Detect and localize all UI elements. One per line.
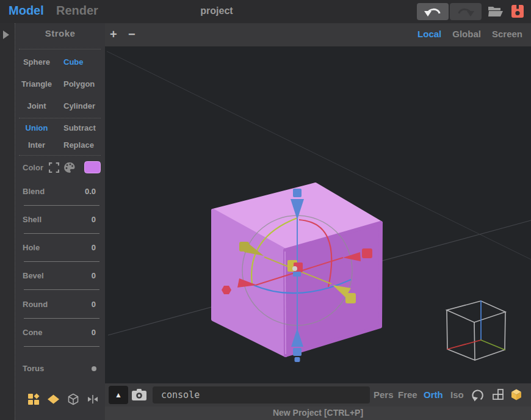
primitives-icon[interactable] — [27, 393, 40, 405]
param-value: 0 — [92, 300, 96, 309]
param-label: Shell — [23, 215, 42, 224]
screenshot-camera-icon[interactable] — [132, 389, 146, 400]
nav-cube-x-axis — [447, 340, 481, 349]
param-slider[interactable] — [24, 261, 99, 262]
shape-sphere[interactable]: Sphere — [15, 57, 58, 67]
redo-icon — [456, 5, 475, 18]
shape-row: Sphere Cube — [15, 57, 105, 70]
param-label: Hole — [23, 243, 40, 252]
projection-pers[interactable]: Pers — [374, 389, 394, 400]
reset-view-icon[interactable] — [471, 388, 485, 402]
panel-footer-tools — [27, 393, 99, 405]
palette-icon[interactable] — [63, 162, 76, 173]
param-slider[interactable] — [24, 318, 99, 319]
open-folder-icon[interactable] — [488, 5, 504, 17]
shape-polygon[interactable]: Polygon — [63, 79, 95, 89]
param-slider[interactable] — [24, 205, 99, 206]
panel-title: Stroke — [15, 28, 105, 38]
shape-triangle[interactable]: Triangle — [15, 79, 58, 89]
param-value: 0 — [92, 328, 96, 337]
bool-union[interactable]: Union — [15, 123, 58, 132]
expand-console-button[interactable]: ▲ — [109, 386, 128, 404]
sidebar-rail — [0, 23, 15, 420]
remove-stroke-button[interactable]: − — [128, 27, 135, 42]
param-value: 0 — [92, 215, 96, 224]
mirror-icon[interactable] — [87, 393, 99, 405]
status-bar: New Project [CTRL+P] — [105, 407, 531, 420]
viewport-layout-icon[interactable] — [492, 388, 504, 400]
undo-icon — [423, 5, 442, 18]
color-swatch[interactable] — [84, 161, 101, 173]
redo-button[interactable] — [450, 3, 482, 20]
bool-subtract[interactable]: Subtract — [63, 123, 96, 132]
param-label: Bevel — [23, 271, 44, 280]
torus-label: Torus — [23, 364, 44, 373]
viewport-3d[interactable] — [105, 46, 531, 383]
param-label: Round — [23, 300, 48, 309]
bool-row: Inter Replace — [15, 140, 105, 153]
shape-joint[interactable]: Joint — [15, 101, 58, 110]
param-slider[interactable] — [24, 233, 99, 234]
solid-cube-icon[interactable] — [510, 388, 522, 401]
param-value: 0.0 — [85, 187, 96, 196]
color-picker-frame-icon[interactable] — [49, 162, 59, 173]
nav-cube-y-axis — [481, 340, 505, 350]
console-bar: ▲ Pers Free Orth Iso — [105, 383, 531, 407]
param-label: Cone — [23, 328, 43, 337]
console-input[interactable] — [153, 386, 370, 404]
param-value: 0 — [92, 271, 96, 280]
divider — [19, 118, 101, 118]
app-window: Model Render project S — [0, 0, 531, 420]
projection-free[interactable]: Free — [398, 389, 417, 400]
bool-row: Union Subtract — [15, 123, 105, 136]
bool-inter[interactable]: Inter — [15, 140, 58, 150]
save-icon[interactable] — [511, 5, 524, 18]
top-bar: Model Render project — [0, 0, 531, 23]
divider — [19, 49, 101, 49]
shape-row: Triangle Polygon — [15, 79, 105, 92]
space-mode-local[interactable]: Local — [417, 29, 441, 39]
space-mode-tabs: Local Global Screen — [417, 29, 522, 39]
collapse-arrow-icon[interactable] — [3, 31, 9, 39]
diamond-icon[interactable] — [47, 393, 60, 405]
bool-replace[interactable]: Replace — [63, 140, 94, 150]
param-slider[interactable] — [24, 289, 99, 290]
project-title: project — [0, 5, 433, 16]
projection-iso[interactable]: Iso — [450, 389, 464, 400]
param-value: 0 — [92, 243, 96, 252]
shape-row: Joint Cylinder — [15, 101, 105, 114]
divider — [19, 155, 101, 156]
shape-cylinder[interactable]: Cylinder — [63, 101, 95, 110]
color-label: Color — [23, 163, 43, 172]
scene — [105, 46, 531, 383]
nav-cube[interactable] — [447, 301, 505, 360]
space-mode-screen[interactable]: Screen — [492, 29, 522, 39]
shape-cube[interactable]: Cube — [63, 57, 84, 67]
viewport-toolbar: + − Local Global Screen — [105, 23, 531, 46]
stroke-panel: Stroke Sphere Cube Triangle Polygon Join… — [15, 23, 105, 420]
torus-toggle[interactable] — [92, 366, 96, 371]
status-message: New Project [CTRL+P] — [273, 408, 363, 418]
color-row: Color — [15, 161, 105, 179]
param-label: Blend — [23, 187, 45, 196]
param-slider[interactable] — [24, 346, 99, 347]
projection-orth[interactable]: Orth — [424, 389, 443, 400]
undo-button[interactable] — [417, 3, 449, 20]
add-stroke-button[interactable]: + — [110, 27, 117, 42]
space-mode-global[interactable]: Global — [452, 29, 481, 39]
cube-wireframe-icon[interactable] — [67, 393, 79, 405]
